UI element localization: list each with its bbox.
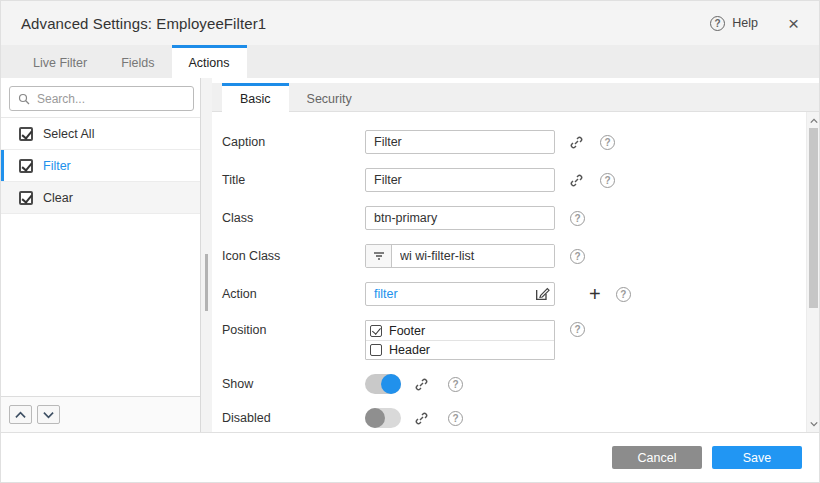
field-label: Action	[222, 287, 365, 301]
help-icon[interactable]: ?	[448, 377, 463, 392]
scroll-up-icon[interactable]	[807, 114, 819, 127]
edit-action-icon[interactable]	[532, 284, 552, 304]
field-row-position: Position Footer Header ?	[222, 320, 795, 360]
list-item-label: Clear	[43, 191, 73, 205]
list-item-filter[interactable]: Filter	[1, 150, 200, 182]
add-action-button[interactable]: +	[589, 284, 601, 304]
option-label: Footer	[389, 324, 425, 338]
class-input[interactable]	[365, 206, 555, 230]
field-row-icon-class: Icon Class ?	[222, 244, 795, 268]
tab-live-filter[interactable]: Live Filter	[16, 45, 104, 78]
help-button[interactable]: ? Help	[710, 16, 758, 31]
field-label: Icon Class	[222, 249, 365, 263]
help-icon[interactable]: ?	[448, 411, 463, 426]
reorder-toolbar	[1, 396, 200, 432]
bind-link-icon[interactable]	[413, 376, 430, 393]
dialog-body: Select All Filter Clear	[1, 78, 819, 432]
icon-class-group	[365, 244, 555, 268]
checkbox[interactable]	[19, 159, 33, 173]
option-label: Header	[389, 343, 430, 357]
scroll-down-icon[interactable]	[807, 417, 819, 430]
tab-security[interactable]: Security	[289, 83, 370, 112]
tab-label: Security	[307, 92, 352, 106]
checkbox[interactable]	[370, 344, 382, 356]
list-item-select-all[interactable]: Select All	[1, 118, 200, 150]
tab-actions[interactable]: Actions	[172, 45, 247, 78]
bind-link-icon[interactable]	[568, 172, 585, 189]
field-row-class: Class ?	[222, 206, 795, 230]
position-listbox: Footer Header	[365, 320, 555, 360]
actions-sidebar: Select All Filter Clear	[1, 78, 201, 432]
icon-class-input[interactable]	[392, 245, 554, 267]
tab-fields[interactable]: Fields	[104, 45, 171, 78]
page-title: Advanced Settings: EmployeeFilter1	[21, 15, 266, 32]
checkbox[interactable]	[19, 127, 33, 141]
action-value: filter	[374, 287, 532, 301]
close-icon[interactable]: ×	[788, 14, 799, 33]
tab-basic[interactable]: Basic	[222, 83, 289, 112]
properties-panel: Basic Security Caption ? Title	[212, 78, 819, 432]
toggle-knob	[365, 408, 385, 428]
search-area	[1, 78, 200, 118]
panel-divider-scrollbar[interactable]	[201, 78, 212, 432]
tab-label: Basic	[240, 92, 271, 106]
action-value-box[interactable]: filter	[365, 282, 555, 306]
show-toggle[interactable]	[365, 374, 401, 394]
help-icon[interactable]: ?	[570, 211, 585, 226]
help-icon[interactable]: ?	[616, 287, 631, 302]
help-icon[interactable]: ?	[570, 249, 585, 264]
position-option-footer[interactable]: Footer	[366, 321, 554, 340]
cancel-button[interactable]: Cancel	[612, 446, 702, 469]
field-row-title: Title ?	[222, 168, 795, 192]
field-row-disabled: Disabled ?	[222, 408, 795, 428]
search-icon	[18, 93, 30, 105]
list-item-label: Filter	[43, 159, 71, 173]
field-label: Show	[222, 377, 365, 391]
list-item-clear[interactable]: Clear	[1, 182, 200, 214]
search-box	[9, 86, 194, 111]
title-input[interactable]	[365, 168, 555, 192]
field-row-show: Show ?	[222, 374, 795, 394]
disabled-toggle[interactable]	[365, 408, 401, 428]
help-icon[interactable]: ?	[570, 322, 585, 337]
checkbox[interactable]	[19, 191, 33, 205]
move-down-button[interactable]	[37, 405, 60, 424]
list-item-label: Select All	[43, 127, 94, 141]
help-icon[interactable]: ?	[600, 173, 615, 188]
tab-label: Live Filter	[33, 56, 87, 70]
field-label: Disabled	[222, 411, 365, 425]
advanced-settings-dialog: Advanced Settings: EmployeeFilter1 ? Hel…	[0, 0, 820, 483]
scroll-thumb[interactable]	[809, 128, 818, 308]
tab-label: Fields	[121, 56, 154, 70]
header-actions: ? Help ×	[710, 14, 799, 33]
help-icon: ?	[710, 16, 725, 31]
field-label: Caption	[222, 135, 365, 149]
main-tab-bar: Live Filter Fields Actions	[1, 45, 819, 78]
help-label: Help	[732, 16, 758, 30]
chevron-down-icon	[43, 411, 54, 419]
vertical-scrollbar[interactable]	[806, 112, 819, 432]
actions-list: Select All Filter Clear	[1, 118, 200, 396]
property-form: Caption ? Title ? Class	[212, 112, 819, 432]
scroll-thumb[interactable]	[205, 254, 208, 311]
bind-link-icon[interactable]	[568, 134, 585, 151]
toggle-knob	[381, 374, 401, 394]
field-label: Class	[222, 211, 365, 225]
field-row-action: Action filter + ?	[222, 282, 795, 306]
chevron-up-icon	[15, 411, 26, 419]
search-input[interactable]	[37, 92, 185, 106]
field-label: Title	[222, 173, 365, 187]
bind-link-icon[interactable]	[413, 410, 430, 427]
field-label: Position	[222, 320, 365, 337]
help-icon[interactable]: ?	[600, 135, 615, 150]
dialog-header: Advanced Settings: EmployeeFilter1 ? Hel…	[1, 1, 819, 45]
save-button[interactable]: Save	[712, 446, 802, 469]
position-option-header[interactable]: Header	[366, 340, 554, 359]
filter-list-icon	[366, 245, 392, 267]
tab-label: Actions	[189, 56, 230, 70]
dialog-footer: Cancel Save	[1, 432, 819, 482]
caption-input[interactable]	[365, 130, 555, 154]
move-up-button[interactable]	[9, 405, 32, 424]
checkbox[interactable]	[370, 325, 382, 337]
field-row-caption: Caption ?	[222, 130, 795, 154]
